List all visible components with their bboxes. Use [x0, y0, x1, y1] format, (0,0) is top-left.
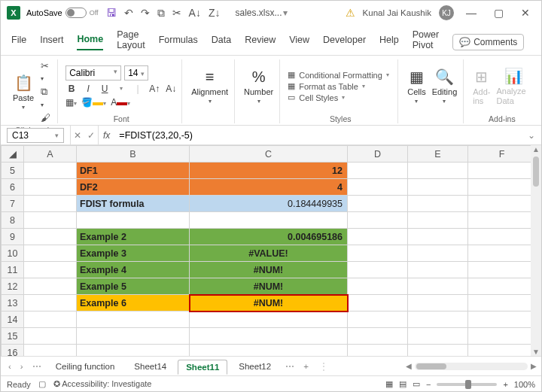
cell[interactable]: [408, 262, 468, 278]
copy-button[interactable]: ⧉ ▾: [38, 85, 53, 110]
cell[interactable]: [408, 295, 468, 311]
select-all-corner[interactable]: ◢: [2, 146, 24, 163]
row-header[interactable]: 16: [2, 345, 24, 357]
filename-label[interactable]: sales.xlsx...: [235, 8, 282, 18]
cell[interactable]: FDIST formula: [77, 196, 190, 212]
cell[interactable]: [468, 229, 536, 245]
cell[interactable]: [24, 345, 77, 357]
comments-button[interactable]: 💬 Comments: [452, 34, 524, 50]
cell[interactable]: [348, 311, 408, 328]
cell[interactable]: #VALUE!: [190, 245, 348, 262]
macro-record-icon[interactable]: ▢: [38, 379, 46, 389]
toggle-off-icon[interactable]: [65, 8, 87, 18]
cell[interactable]: [408, 179, 468, 196]
avatar[interactable]: KJ: [439, 5, 454, 20]
cell[interactable]: [408, 245, 468, 262]
cell[interactable]: Example 4: [77, 262, 190, 278]
formula-input[interactable]: [114, 129, 522, 142]
cell[interactable]: [190, 311, 348, 328]
cell[interactable]: [408, 212, 468, 229]
name-box[interactable]: C13 ▾: [7, 128, 64, 143]
row-header[interactable]: 6: [2, 179, 24, 196]
cancel-formula-icon[interactable]: ✕: [74, 130, 81, 141]
cell[interactable]: [348, 245, 408, 262]
cell[interactable]: [348, 328, 408, 345]
cut-button[interactable]: ✂ ▾: [38, 59, 53, 84]
font-color-button[interactable]: A▾: [111, 97, 130, 108]
paste-button[interactable]: 📋 Paste ▾: [11, 72, 35, 112]
scroll-thumb[interactable]: [533, 156, 539, 187]
tab-file[interactable]: File: [11, 35, 26, 50]
scroll-up-icon[interactable]: ▲: [532, 145, 540, 153]
cell[interactable]: Example 3: [77, 245, 190, 262]
view-page-layout-icon[interactable]: ▤: [399, 379, 406, 389]
copy-icon[interactable]: ⧉: [157, 7, 165, 20]
prev-sheet-icon[interactable]: ‹: [5, 362, 14, 371]
sheet-tab-sheet14[interactable]: Sheet14: [126, 359, 175, 373]
alignment-button[interactable]: ≡ Alignment ▾: [190, 67, 230, 106]
cell[interactable]: [468, 311, 536, 328]
tab-formulas[interactable]: Formulas: [159, 35, 198, 50]
zoom-level[interactable]: 100%: [514, 380, 535, 389]
enter-formula-icon[interactable]: ✓: [87, 130, 95, 141]
cell[interactable]: [468, 295, 536, 311]
zoom-in-icon[interactable]: +: [503, 380, 507, 389]
row-header[interactable]: 9: [2, 229, 24, 245]
row-header[interactable]: 15: [2, 328, 24, 345]
conditional-formatting-button[interactable]: ▦Conditional Formatting ▾: [288, 70, 393, 80]
cell[interactable]: Example 2: [77, 229, 190, 245]
cell[interactable]: [348, 212, 408, 229]
cell[interactable]: [190, 212, 348, 229]
maximize-button[interactable]: ▢: [489, 7, 508, 19]
decrease-font-icon[interactable]: A↓: [165, 84, 177, 94]
tab-home[interactable]: Home: [77, 34, 103, 50]
cell[interactable]: [348, 179, 408, 196]
cell[interactable]: [24, 163, 77, 179]
sort-asc-icon[interactable]: A↓: [189, 7, 201, 19]
col-header-A[interactable]: A: [24, 146, 77, 163]
underline-button[interactable]: U: [99, 84, 111, 94]
cell[interactable]: [348, 278, 408, 295]
cell[interactable]: [348, 229, 408, 245]
cell[interactable]: [77, 345, 190, 357]
cell[interactable]: [468, 212, 536, 229]
cell[interactable]: DF1: [77, 163, 190, 179]
save-icon[interactable]: 🖫: [106, 7, 117, 19]
cell[interactable]: [24, 278, 77, 295]
cell[interactable]: [348, 295, 408, 311]
hscroll-track[interactable]: [415, 363, 528, 370]
cell[interactable]: [24, 179, 77, 196]
cell[interactable]: [24, 311, 77, 328]
zoom-out-icon[interactable]: −: [426, 380, 431, 389]
view-normal-icon[interactable]: ▦: [385, 379, 393, 389]
cell[interactable]: [77, 311, 190, 328]
warning-icon[interactable]: ⚠: [346, 7, 355, 19]
cell[interactable]: [408, 345, 468, 357]
border-button[interactable]: ▦▾: [65, 97, 77, 108]
accessibility-button[interactable]: ✪ Accessibility: Investigate: [53, 379, 152, 389]
italic-button[interactable]: I: [82, 84, 94, 94]
scroll-left-icon[interactable]: ◀: [406, 362, 412, 370]
cell[interactable]: [190, 345, 348, 357]
scroll-down-icon[interactable]: ▼: [532, 348, 540, 356]
cell[interactable]: [24, 196, 77, 212]
worksheet-area[interactable]: ◢ A B C D E F 5DF1126DF247FDIST formula0…: [1, 145, 541, 356]
vertical-scrollbar[interactable]: ▲ ▼: [531, 145, 541, 356]
cell[interactable]: [24, 295, 77, 311]
cell[interactable]: 12: [190, 163, 348, 179]
col-header-C[interactable]: C: [190, 146, 348, 163]
tab-help[interactable]: Help: [379, 35, 399, 50]
cell[interactable]: 0.004695186: [190, 229, 348, 245]
font-name-select[interactable]: Calibri ▾: [65, 65, 121, 81]
cell[interactable]: 0.184449935: [190, 196, 348, 212]
cell[interactable]: [408, 311, 468, 328]
sheet-tab-ceiling[interactable]: Ceiling function: [47, 359, 123, 373]
new-sheet-icon[interactable]: +: [300, 362, 312, 371]
editing-button[interactable]: 🔍 Editing ▾: [431, 66, 459, 106]
row-header[interactable]: 5: [2, 163, 24, 179]
cell[interactable]: [77, 328, 190, 345]
row-header[interactable]: 11: [2, 262, 24, 278]
scroll-right-icon[interactable]: ▶: [531, 362, 537, 370]
cell[interactable]: 4: [190, 179, 348, 196]
format-as-table-button[interactable]: ▦Format as Table ▾: [288, 81, 393, 91]
